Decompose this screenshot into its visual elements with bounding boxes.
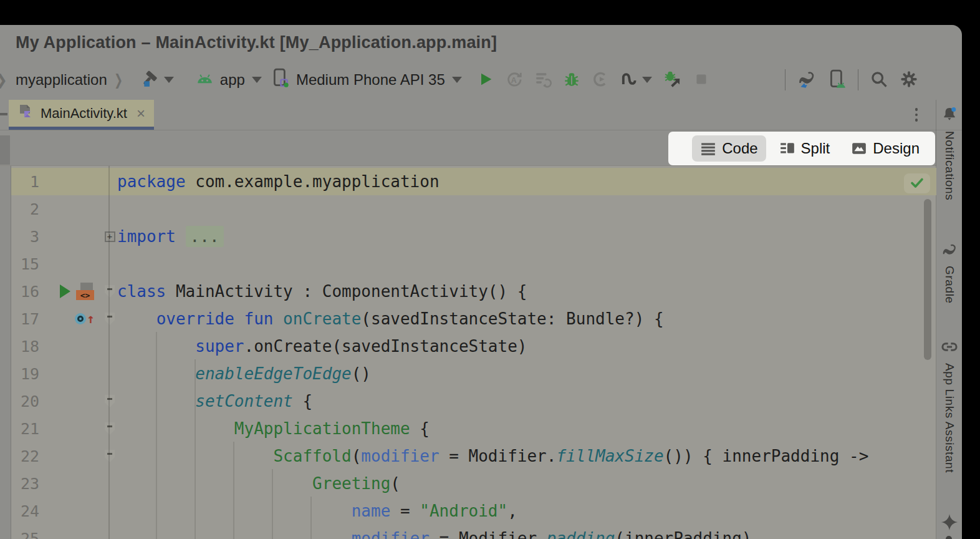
search-everywhere-button[interactable] [870, 70, 888, 90]
code-text: Scaffold(modifier = Modifier.fillMaxSize… [117, 447, 868, 465]
kotlin-file-icon [17, 104, 34, 124]
left-rail-handle[interactable] [0, 135, 10, 165]
split-view-icon [779, 140, 795, 157]
editor-header-strip: Code Split Design [0, 130, 962, 166]
device-manager-button[interactable] [828, 69, 847, 91]
profile-button[interactable] [592, 70, 609, 90]
code-text: import ... [117, 227, 224, 246]
window-title: My Application – MainActivity.kt [My_App… [16, 33, 497, 52]
chevron-down-icon [164, 77, 174, 83]
run-button[interactable] [477, 70, 494, 90]
code-line: 18 super.onCreate(savedInstanceState) [0, 333, 936, 360]
close-icon[interactable]: × [137, 105, 145, 122]
code-line: 15 [0, 250, 936, 278]
fold-collapse-icon[interactable] [105, 450, 115, 462]
tab-mainactivity[interactable]: MainActivity.kt × [9, 100, 154, 130]
chevron-down-icon [642, 77, 652, 83]
tab-label: MainActivity.kt [41, 105, 127, 122]
device-selector-label: Medium Phone API 35 [296, 71, 445, 89]
device-selector[interactable]: Medium Phone API 35 [272, 67, 462, 93]
view-mode-code-button[interactable]: Code [692, 135, 766, 162]
editor-left-rail [0, 166, 11, 539]
code-line: 23 Greeting( [0, 470, 936, 497]
module-selector-label: app [220, 71, 245, 89]
design-view-label: Design [873, 140, 920, 157]
editor-options-kebab-icon[interactable] [910, 105, 923, 124]
gutter-icons: ↑ [39, 313, 102, 326]
chevron-down-icon [252, 77, 262, 83]
sidebar-item-label: App Links Assistant [943, 363, 956, 473]
profile-icon [592, 70, 609, 90]
profiler-button[interactable] [620, 70, 652, 90]
android-head-icon [196, 71, 213, 89]
code-line: 19 enableEdgeToEdge() [0, 360, 936, 387]
code-text: super.onCreate(savedInstanceState) [117, 337, 527, 356]
sidebar-item-app-links-assistant[interactable]: App Links Assistant [936, 338, 962, 473]
view-mode-design-button[interactable]: Design [843, 135, 928, 162]
profiler-icon [620, 70, 638, 90]
module-selector[interactable]: app [196, 67, 262, 93]
code-line: 22 Scaffold(modifier = Modifier.fillMaxS… [0, 442, 936, 470]
stop-button[interactable] [693, 71, 709, 89]
fold-collapse-icon[interactable] [105, 285, 115, 298]
checkmark-icon [909, 175, 925, 192]
bell-icon [941, 106, 958, 125]
design-view-icon [851, 140, 867, 157]
code-editor[interactable]: 1package com.example.myapplication23+imp… [0, 165, 936, 539]
sidebar-item-notifications[interactable]: Notifications [936, 106, 962, 200]
code-text: name = "Android", [117, 502, 517, 520]
title-bar[interactable]: My Application – MainActivity.kt [My_App… [0, 25, 962, 60]
fold-column [102, 450, 117, 462]
settings-button[interactable] [900, 70, 918, 90]
code-text: enableEdgeToEdge() [117, 364, 371, 383]
editor-scrollbar[interactable] [924, 199, 931, 360]
fold-collapse-icon[interactable] [105, 313, 115, 325]
fold-column [102, 285, 117, 298]
stripe-bottom-icon [946, 536, 952, 539]
fold-collapse-icon[interactable] [105, 422, 115, 435]
code-area[interactable]: 1package com.example.myapplication23+imp… [0, 168, 936, 539]
gear-icon [900, 70, 918, 90]
svg-text:A: A [511, 75, 516, 85]
code-line: 1package com.example.myapplication [0, 168, 936, 195]
apply-changes-icon: A [506, 70, 523, 90]
gutter-separator [108, 166, 110, 539]
apply-code-changes-button[interactable] [534, 70, 552, 90]
apply-code-changes-icon [534, 70, 552, 90]
attach-debugger-button[interactable] [663, 70, 682, 90]
run-class-icon[interactable] [60, 284, 70, 298]
avatar[interactable] [930, 69, 952, 91]
apply-changes-button[interactable]: A [506, 70, 523, 90]
run-icon [477, 70, 494, 90]
gradle-sync-elephant-icon [797, 70, 817, 90]
debug-button[interactable] [563, 70, 580, 90]
collapsed-stripe-handle[interactable] [0, 113, 7, 115]
view-mode-split-button[interactable]: Split [771, 135, 838, 162]
code-text: MyApplicationTheme { [117, 419, 430, 438]
breadcrumb-project[interactable]: myapplication [16, 71, 107, 89]
inspections-ok-badge[interactable] [904, 173, 930, 193]
gemini-sparkle-button[interactable] [936, 513, 962, 533]
breadcrumb-edge-chevron-icon: ❯ [0, 71, 7, 89]
split-view-label: Split [801, 140, 830, 157]
sidebar-item-gradle[interactable]: Gradle [936, 242, 962, 304]
code-line: 20 setContent { [0, 387, 936, 415]
code-text: class MainActivity : ComponentActivity()… [117, 282, 527, 301]
code-text: override fun onCreate(savedInstanceState… [117, 309, 664, 328]
code-line: 3+import ... [0, 223, 936, 250]
screen: My Application – MainActivity.kt [My_App… [0, 0, 980, 539]
fold-expand-icon[interactable]: + [105, 231, 115, 242]
main-toolbar: ❯ myapplication ❯ app Medium Phone API 3… [0, 60, 962, 100]
device-phone-icon [272, 68, 289, 92]
code-view-label: Code [722, 140, 757, 157]
fold-collapse-icon[interactable] [105, 395, 115, 407]
sparkle-icon [940, 513, 959, 533]
android-studio-window: My Application – MainActivity.kt [My_App… [0, 25, 962, 539]
fold-column [102, 395, 117, 407]
chevron-down-icon [452, 77, 462, 83]
compose-preview-icon[interactable]: <> [76, 283, 95, 300]
gradle-sync-button[interactable] [797, 70, 817, 90]
override-method-icon[interactable]: ↑ [75, 313, 95, 326]
code-line: 16<>class MainActivity : ComponentActivi… [0, 278, 936, 305]
build-hammer-button[interactable] [141, 70, 174, 90]
